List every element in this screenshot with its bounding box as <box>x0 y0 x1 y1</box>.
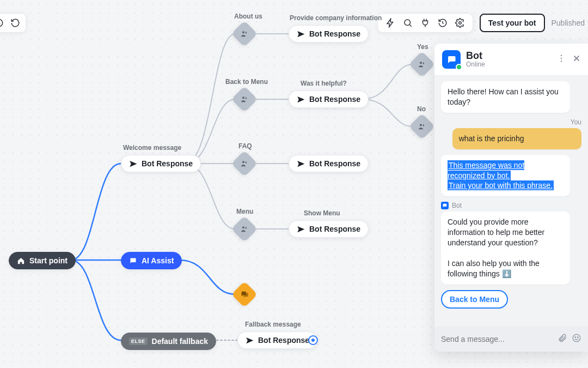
node-welcome[interactable]: Welcome message Bot Response <box>121 155 201 172</box>
node-no[interactable]: No <box>413 117 431 136</box>
person-icon <box>240 225 249 233</box>
node-faq-response[interactable]: Bot Response <box>289 155 369 172</box>
sender-bot-label: Bot <box>452 202 462 209</box>
more-icon[interactable] <box>556 53 566 65</box>
svg-point-5 <box>420 62 422 64</box>
send-icon <box>246 336 254 345</box>
svg-point-6 <box>420 124 422 126</box>
person-icon <box>240 29 249 38</box>
node-menu[interactable]: Menu <box>235 220 254 238</box>
who-bot: Bot <box>441 202 581 209</box>
node-faq[interactable]: FAQ <box>235 154 254 173</box>
bolt-icon[interactable] <box>385 18 395 28</box>
svg-point-3 <box>242 31 244 33</box>
chat-name: Bot <box>466 51 485 61</box>
node-about-us[interactable]: About us <box>235 25 254 43</box>
menu-title: Menu <box>236 208 253 215</box>
start-label: Start point <box>29 256 68 265</box>
welcome-label: Bot Response <box>142 159 193 168</box>
node-fallback-response[interactable]: Fallback message Bot Response <box>237 331 317 349</box>
chat-bubble-icon <box>446 55 456 64</box>
refresh-icon[interactable] <box>9 17 21 29</box>
alert-line1: This message was not recognized by bot. <box>448 160 524 180</box>
publish-status: Published <box>552 19 586 27</box>
fallback-label: Bot Response <box>258 336 309 345</box>
msg-greeting: Hello there! How can I assist you today? <box>441 81 570 113</box>
fallback-title: Fallback message <box>245 321 301 328</box>
flow-canvas[interactable]: Test your bot Published Start point Welc… <box>0 0 588 368</box>
chat-input-bar <box>434 327 588 352</box>
person-icon <box>418 122 426 131</box>
gear-icon[interactable] <box>455 18 465 28</box>
chat-body[interactable]: Hello there! How can I assist you today?… <box>434 76 588 327</box>
send-icon <box>297 95 305 104</box>
mini-avatar <box>441 202 449 209</box>
svg-point-12 <box>573 334 580 342</box>
quick-reply-back[interactable]: Back to Menu <box>441 290 508 309</box>
fallback-port[interactable] <box>308 335 318 345</box>
status-dot <box>456 64 462 70</box>
close-icon[interactable] <box>572 53 581 65</box>
node-helpful-response[interactable]: Was it helpful? Bot Response <box>289 91 369 108</box>
tools-toolbar <box>377 13 473 33</box>
history-icon[interactable] <box>438 18 448 28</box>
svg-point-11 <box>561 61 562 62</box>
svg-point-9 <box>561 55 562 56</box>
home-icon <box>17 257 25 265</box>
yes-title: Yes <box>417 43 428 51</box>
msg-unrecognized[interactable]: This message was not recognized by bot. … <box>441 155 570 197</box>
test-bot-button[interactable]: Test your bot <box>480 14 545 32</box>
node-yes[interactable]: Yes <box>413 55 431 74</box>
node-menu-response[interactable]: Show Menu Bot Response <box>289 220 369 238</box>
about-resp-title: Provide company information <box>290 14 382 22</box>
chat-icon <box>129 257 137 265</box>
plug-icon[interactable] <box>420 18 430 28</box>
emoji-icon[interactable] <box>572 333 581 345</box>
person-icon <box>240 95 249 104</box>
node-ai-diamond[interactable] <box>235 285 254 304</box>
chat-input[interactable] <box>441 335 553 343</box>
top-right-bar: Test your bot Published <box>377 13 586 33</box>
svg-point-1 <box>405 20 411 26</box>
send-icon <box>297 225 305 233</box>
chat-header: Bot Online <box>434 44 588 76</box>
reply-line1: Could you provide more information to he… <box>448 218 544 247</box>
person-icon <box>418 60 426 69</box>
svg-point-8 <box>242 226 244 228</box>
welcome-title: Welcome message <box>123 144 181 152</box>
node-back-to-menu[interactable]: Back to Menu <box>235 90 254 108</box>
clock-icon[interactable] <box>0 17 5 29</box>
faq-resp-label: Bot Response <box>309 159 360 168</box>
ai-assist-label: AI Assist <box>142 256 174 265</box>
helpful-title: Was it helpful? <box>301 80 347 87</box>
send-icon <box>297 30 305 38</box>
svg-point-2 <box>459 22 462 25</box>
node-start[interactable]: Start point <box>9 252 76 269</box>
faq-title: FAQ <box>238 142 252 150</box>
menu-resp-title: Show Menu <box>304 209 340 217</box>
svg-point-7 <box>242 161 244 163</box>
msg-user: what is the pricinhg <box>452 128 581 149</box>
undo-redo-toolbar <box>0 13 26 33</box>
person-icon <box>240 159 249 168</box>
svg-point-4 <box>242 96 244 99</box>
else-badge: ELSE <box>129 337 148 345</box>
search-icon[interactable] <box>403 18 413 28</box>
menu-resp-label: Bot Response <box>309 225 360 233</box>
reply-line2: I can also help you with the following t… <box>448 259 540 278</box>
who-you: You <box>441 118 581 126</box>
default-fallback-label: Default fallback <box>152 337 208 346</box>
chat-avatar <box>442 50 461 69</box>
node-ai-assist[interactable]: AI Assist <box>121 252 182 269</box>
msg-bot-reply: Could you provide more information to he… <box>441 212 570 284</box>
back-title: Back to Menu <box>225 78 268 86</box>
attach-icon[interactable] <box>558 333 567 345</box>
ai-icon <box>240 290 249 299</box>
chat-panel: Bot Online Hello there! How can I assist… <box>434 44 588 352</box>
no-title: No <box>417 105 426 113</box>
svg-point-0 <box>0 19 3 27</box>
node-default-fallback[interactable]: ELSE Default fallback <box>121 333 216 350</box>
send-icon <box>129 160 137 168</box>
node-about-response[interactable]: Provide company information Bot Response <box>289 25 369 43</box>
helpful-label: Bot Response <box>309 95 360 104</box>
